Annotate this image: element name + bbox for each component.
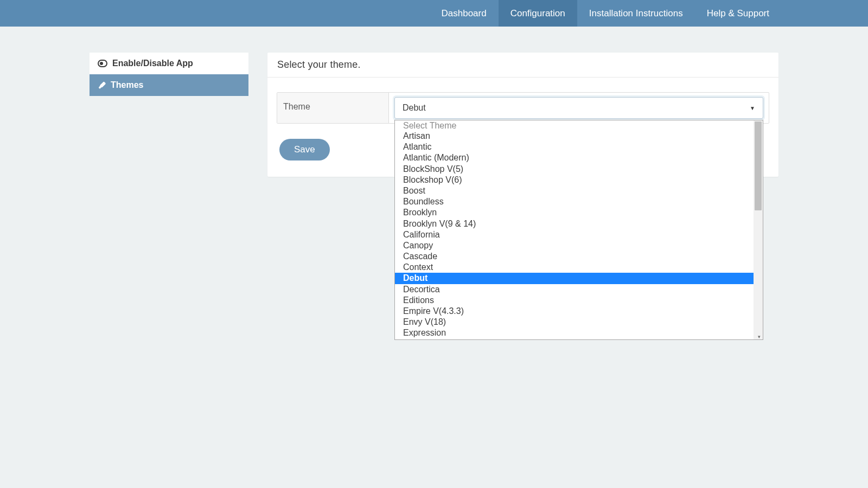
dropdown-option[interactable]: Atlantic (Modern) [395, 152, 763, 163]
nav-dashboard[interactable]: Dashboard [429, 0, 498, 27]
save-button[interactable]: Save [279, 139, 330, 160]
dropdown-option[interactable]: BlockShop V(5) [395, 164, 763, 175]
dropdown-option[interactable]: Boundless [395, 196, 763, 207]
dropdown-option[interactable]: Cascade [395, 251, 763, 262]
nav-installation-instructions[interactable]: Installation Instructions [577, 0, 695, 27]
dropdown-option[interactable]: Expression [395, 328, 763, 338]
theme-select[interactable]: Debut ▼ [394, 97, 763, 119]
dropdown-option[interactable]: Editions [395, 295, 763, 306]
theme-dropdown: Select Theme Artisan Atlantic Atlantic (… [394, 120, 763, 340]
content-area: Enable/Disable App Themes Select your th… [0, 27, 868, 177]
nav-configuration[interactable]: Configuration [499, 0, 577, 27]
dropdown-option[interactable]: Boost [395, 185, 763, 196]
dropdown-option[interactable]: Decortica [395, 284, 763, 295]
dropdown-option-placeholder[interactable]: Select Theme [395, 120, 763, 131]
theme-form-row: Theme Debut ▼ Select Theme Artisan Atlan… [277, 92, 769, 124]
toggle-icon [98, 60, 107, 67]
dropdown-option[interactable]: Envy V(18) [395, 317, 763, 328]
theme-select-value: Debut [403, 103, 426, 113]
theme-dropdown-inner: Select Theme Artisan Atlantic Atlantic (… [395, 120, 763, 339]
sidebar-item-themes[interactable]: Themes [90, 74, 248, 96]
dropdown-option[interactable]: Canopy [395, 240, 763, 251]
brush-icon [98, 81, 106, 89]
nav-help-support[interactable]: Help & Support [695, 0, 781, 27]
dropdown-option[interactable]: Artisan [395, 131, 763, 142]
dropdown-option[interactable]: Brooklyn V(9 & 14) [395, 219, 763, 229]
dropdown-option[interactable]: Blockshop V(6) [395, 175, 763, 185]
top-nav: Dashboard Configuration Installation Ins… [0, 0, 868, 27]
dropdown-option[interactable]: Brooklyn [395, 207, 763, 218]
dropdown-option[interactable]: Empire V(4.3.3) [395, 306, 763, 317]
panel-body: Theme Debut ▼ Select Theme Artisan Atlan… [267, 78, 778, 177]
main-panel: Select your theme. Theme Debut ▼ Select … [267, 53, 778, 177]
sidebar-item-label: Enable/Disable App [112, 59, 193, 68]
dropdown-option-selected[interactable]: Debut [395, 273, 763, 284]
dropdown-option[interactable]: Atlantic [395, 142, 763, 152]
scroll-down-icon[interactable]: ▾ [758, 334, 761, 339]
theme-field-label: Theme [277, 93, 389, 123]
chevron-down-icon: ▼ [750, 105, 755, 111]
panel-title: Select your theme. [267, 53, 778, 78]
sidebar: Enable/Disable App Themes [90, 53, 248, 177]
scrollbar-track[interactable]: ▴ ▾ [754, 120, 763, 339]
theme-input-wrap: Debut ▼ Select Theme Artisan Atlantic At… [389, 93, 769, 123]
scrollbar-thumb[interactable] [755, 121, 762, 210]
dropdown-option[interactable]: Context [395, 262, 763, 273]
sidebar-item-label: Themes [111, 80, 143, 90]
sidebar-item-enable-disable[interactable]: Enable/Disable App [90, 53, 248, 74]
dropdown-option[interactable]: California [395, 229, 763, 240]
